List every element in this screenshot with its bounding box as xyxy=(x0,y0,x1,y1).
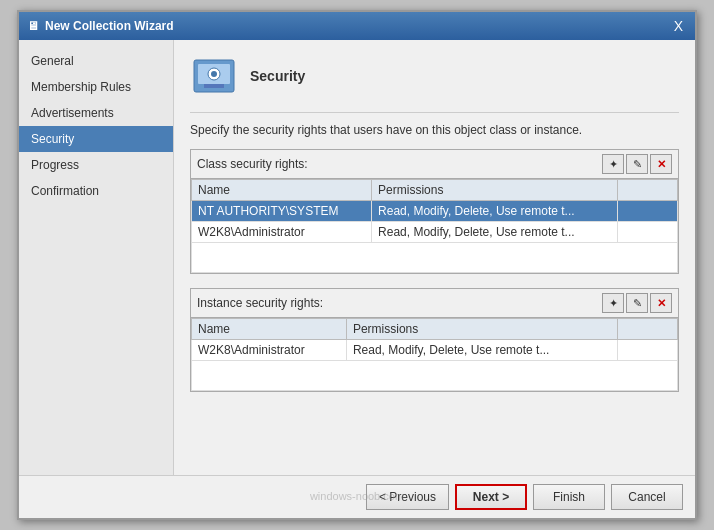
wizard-window: 🖥 New Collection Wizard X General Member… xyxy=(17,10,697,520)
class-row2-permissions: Read, Modify, Delete, Use remote t... xyxy=(372,222,618,243)
title-bar: 🖥 New Collection Wizard X xyxy=(19,12,695,40)
instance-section-actions: ✦ ✎ ✕ xyxy=(602,293,672,313)
instance-security-section: Instance security rights: ✦ ✎ ✕ xyxy=(190,288,679,392)
instance-table: Name Permissions W2K8\Administrator Read… xyxy=(191,318,678,391)
table-row[interactable]: W2K8\Administrator Read, Modify, Delete,… xyxy=(192,340,678,361)
instance-col-permissions: Permissions xyxy=(346,319,617,340)
class-row2-name: W2K8\Administrator xyxy=(192,222,372,243)
table-row-empty xyxy=(192,243,678,273)
class-row-name: NT AUTHORITY\SYSTEM xyxy=(192,201,372,222)
delete-icon: ✕ xyxy=(657,158,666,171)
title-bar-title: New Collection Wizard xyxy=(45,19,174,33)
edit-icon: ✎ xyxy=(633,158,642,171)
table-row[interactable]: NT AUTHORITY\SYSTEM Read, Modify, Delete… xyxy=(192,201,678,222)
header-section: Security xyxy=(190,52,679,113)
class-section-title: Class security rights: xyxy=(197,157,308,171)
instance-delete-button[interactable]: ✕ xyxy=(650,293,672,313)
instance-section-header: Instance security rights: ✦ ✎ ✕ xyxy=(191,289,678,318)
sidebar-item-membership-rules[interactable]: Membership Rules xyxy=(19,74,173,100)
class-security-section: Class security rights: ✦ ✎ ✕ xyxy=(190,149,679,274)
sidebar-item-progress[interactable]: Progress xyxy=(19,152,173,178)
class-col-extra xyxy=(618,180,678,201)
sidebar-item-general[interactable]: General xyxy=(19,48,173,74)
class-row-extra xyxy=(618,201,678,222)
footer: < Previous Next > Finish Cancel xyxy=(19,475,695,518)
header-title: Security xyxy=(250,68,305,84)
delete-icon: ✕ xyxy=(657,297,666,310)
class-delete-button[interactable]: ✕ xyxy=(650,154,672,174)
class-table: Name Permissions NT AUTHORITY\SYSTEM Rea… xyxy=(191,179,678,273)
table-row-empty xyxy=(192,361,678,391)
edit-icon: ✎ xyxy=(633,297,642,310)
star-icon: ✦ xyxy=(609,158,618,171)
class-table-container: Name Permissions NT AUTHORITY\SYSTEM Rea… xyxy=(191,179,678,273)
description-text: Specify the security rights that users h… xyxy=(190,123,679,137)
table-row[interactable]: W2K8\Administrator Read, Modify, Delete,… xyxy=(192,222,678,243)
instance-table-container: Name Permissions W2K8\Administrator Read… xyxy=(191,318,678,391)
title-bar-icon: 🖥 xyxy=(27,19,39,33)
window-body: General Membership Rules Advertisements … xyxy=(19,40,695,475)
instance-add-button[interactable]: ✦ xyxy=(602,293,624,313)
class-row-permissions: Read, Modify, Delete, Use remote t... xyxy=(372,201,618,222)
instance-row-extra xyxy=(618,340,678,361)
cancel-button[interactable]: Cancel xyxy=(611,484,683,510)
svg-point-4 xyxy=(211,71,217,77)
svg-rect-2 xyxy=(204,84,224,88)
instance-section-title: Instance security rights: xyxy=(197,296,323,310)
class-add-button[interactable]: ✦ xyxy=(602,154,624,174)
instance-edit-button[interactable]: ✎ xyxy=(626,293,648,313)
sidebar-item-advertisements[interactable]: Advertisements xyxy=(19,100,173,126)
previous-button[interactable]: < Previous xyxy=(366,484,449,510)
class-col-name: Name xyxy=(192,180,372,201)
class-edit-button[interactable]: ✎ xyxy=(626,154,648,174)
sidebar-item-confirmation[interactable]: Confirmation xyxy=(19,178,173,204)
instance-col-extra xyxy=(618,319,678,340)
sidebar: General Membership Rules Advertisements … xyxy=(19,40,174,475)
finish-button[interactable]: Finish xyxy=(533,484,605,510)
close-button[interactable]: X xyxy=(670,18,687,34)
sidebar-item-security[interactable]: Security xyxy=(19,126,173,152)
instance-row-name: W2K8\Administrator xyxy=(192,340,347,361)
class-table-body: NT AUTHORITY\SYSTEM Read, Modify, Delete… xyxy=(192,201,678,273)
class-col-permissions: Permissions xyxy=(372,180,618,201)
instance-col-name: Name xyxy=(192,319,347,340)
class-row2-extra xyxy=(618,222,678,243)
instance-row-permissions: Read, Modify, Delete, Use remote t... xyxy=(346,340,617,361)
class-section-header: Class security rights: ✦ ✎ ✕ xyxy=(191,150,678,179)
next-button[interactable]: Next > xyxy=(455,484,527,510)
star-icon: ✦ xyxy=(609,297,618,310)
instance-table-body: W2K8\Administrator Read, Modify, Delete,… xyxy=(192,340,678,391)
security-icon xyxy=(190,52,238,100)
main-content: Security Specify the security rights tha… xyxy=(174,40,695,475)
class-section-actions: ✦ ✎ ✕ xyxy=(602,154,672,174)
